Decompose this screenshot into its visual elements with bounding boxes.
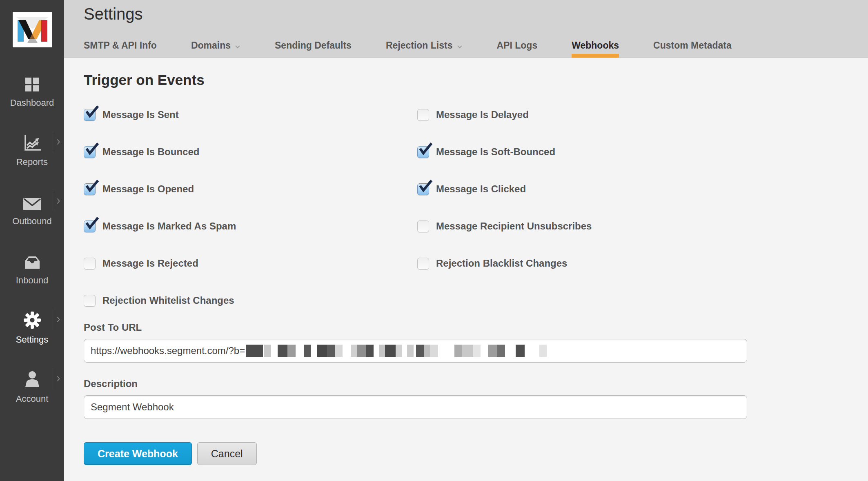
checkbox-label: Message Is Rejected — [102, 258, 198, 269]
tab-smtp-api-info[interactable]: SMTP & API Info — [84, 40, 157, 58]
description-label: Description — [84, 378, 868, 390]
checkbox-unchecked[interactable] — [417, 220, 429, 232]
sidebar-item-label: Account — [0, 394, 64, 404]
checkbox-unchecked[interactable] — [84, 295, 96, 307]
chevron-right-icon — [57, 376, 60, 383]
checkbox-label: Message Is Soft-Bounced — [436, 146, 555, 158]
redaction-block — [304, 345, 311, 357]
chevron-right-icon — [57, 316, 60, 324]
form-actions: Create Webhook Cancel — [84, 442, 868, 465]
sidebar-item-settings[interactable]: Settings — [0, 310, 64, 355]
checkbox-unchecked[interactable] — [84, 258, 96, 269]
redaction-block — [385, 345, 396, 357]
tab-label: API Logs — [497, 40, 538, 51]
event-row-message-is-sent[interactable]: Message Is Sent — [84, 109, 417, 121]
sidebar-item-outbound[interactable]: Outbound — [0, 191, 64, 237]
header: Settings SMTP & API InfoDomainsSending D… — [64, 0, 868, 58]
checkbox-checked[interactable] — [417, 183, 429, 195]
event-row-message-is-rejected[interactable]: Message Is Rejected — [84, 257, 417, 269]
chevron-down-icon — [457, 40, 463, 51]
redaction-block — [424, 345, 430, 357]
cancel-button[interactable]: Cancel — [197, 442, 257, 465]
sidebar-item-label: Outbound — [0, 216, 64, 227]
post-to-url-input[interactable]: https://webhooks.segment.com/?b= — [84, 339, 747, 363]
description-input[interactable] — [84, 395, 747, 419]
tab-api-logs[interactable]: API Logs — [497, 40, 538, 58]
sidebar: DashboardReportsOutboundInboundSettingsA… — [0, 0, 64, 481]
gear-icon — [0, 310, 64, 329]
checkbox-label: Message Is Bounced — [102, 146, 199, 158]
redaction-block — [357, 345, 366, 357]
redaction-block — [246, 345, 263, 357]
checkbox-unchecked[interactable] — [417, 109, 429, 121]
redaction-block — [317, 345, 327, 357]
tab-label: Custom Metadata — [653, 40, 732, 51]
tab-webhooks[interactable]: Webhooks — [572, 40, 619, 58]
redaction-block — [379, 345, 385, 357]
tab-domains[interactable]: Domains — [191, 40, 240, 58]
sidebar-item-inbound[interactable]: Inbound — [0, 250, 64, 296]
redaction-block — [473, 345, 481, 357]
event-row-message-is-bounced[interactable]: Message Is Bounced — [84, 146, 417, 158]
checkbox-label: Message Is Sent — [102, 109, 179, 120]
envelope-icon — [0, 191, 64, 211]
checkbox-label: Rejection Whitelist Changes — [102, 295, 234, 306]
sidebar-item-divider — [53, 369, 53, 389]
redaction-block — [287, 345, 296, 357]
redaction-block — [497, 345, 505, 357]
chevron-down-icon — [235, 40, 240, 51]
checkbox-checked[interactable] — [417, 146, 429, 158]
sidebar-item-label: Reports — [0, 157, 64, 167]
redaction-block — [335, 345, 343, 357]
checkbox-label: Message Is Marked As Spam — [102, 220, 236, 232]
event-row-message-is-soft-bounced[interactable]: Message Is Soft-Bounced — [417, 146, 592, 158]
sidebar-item-divider — [53, 132, 53, 152]
tab-sending-defaults[interactable]: Sending Defaults — [275, 40, 352, 58]
checkbox-checked[interactable] — [84, 146, 96, 158]
checkbox-label: Message Is Delayed — [436, 109, 529, 120]
redaction-block — [278, 345, 287, 357]
checkbox-checked[interactable] — [84, 183, 96, 195]
event-row-rejection-whitelist-changes[interactable]: Rejection Whitelist Changes — [84, 294, 417, 307]
redaction-block — [539, 345, 547, 357]
event-row-message-is-marked-as-spam[interactable]: Message Is Marked As Spam — [84, 220, 417, 232]
event-row-message-recipient-unsubscribes[interactable]: Message Recipient Unsubscribes — [417, 220, 592, 232]
sidebar-item-divider — [53, 191, 53, 212]
dashboard-grid-icon — [0, 73, 64, 92]
checkbox-label: Message Is Clicked — [436, 183, 526, 195]
checkbox-unchecked[interactable] — [417, 258, 429, 269]
section-heading: Trigger on Events — [84, 72, 868, 88]
mandrill-settings-page: DashboardReportsOutboundInboundSettingsA… — [0, 0, 868, 481]
checkbox-label: Message Is Opened — [102, 183, 194, 195]
tab-custom-metadata[interactable]: Custom Metadata — [653, 40, 732, 58]
sidebar-item-label: Dashboard — [0, 98, 64, 108]
event-row-message-is-clicked[interactable]: Message Is Clicked — [417, 183, 592, 195]
sidebar-item-account[interactable]: Account — [0, 369, 64, 414]
checkbox-checked[interactable] — [84, 109, 96, 121]
redaction-block — [454, 345, 462, 357]
event-row-message-is-delayed[interactable]: Message Is Delayed — [417, 109, 592, 121]
mandrill-logo[interactable] — [13, 12, 52, 47]
person-icon — [0, 369, 64, 388]
sidebar-item-label: Inbound — [0, 275, 64, 286]
tab-label: Rejection Lists — [386, 40, 453, 51]
redaction-block — [516, 345, 525, 357]
event-row-rejection-blacklist-changes[interactable]: Rejection Blacklist Changes — [417, 257, 592, 269]
create-webhook-button[interactable]: Create Webhook — [84, 442, 192, 465]
sidebar-item-label: Settings — [0, 334, 64, 345]
sidebar-item-dashboard[interactable]: Dashboard — [0, 73, 64, 118]
checkbox-checked[interactable] — [84, 220, 96, 232]
event-row-message-is-opened[interactable]: Message Is Opened — [84, 183, 417, 195]
redaction-block — [366, 345, 374, 357]
inbox-tray-icon — [0, 250, 64, 270]
sidebar-item-divider — [53, 310, 53, 330]
redaction-block — [407, 345, 414, 357]
tab-label: Domains — [191, 40, 231, 51]
main-content: Trigger on Events Message Is SentMessage… — [64, 58, 868, 481]
sidebar-item-reports[interactable]: Reports — [0, 132, 64, 178]
page-title: Settings — [84, 5, 143, 23]
redaction-block — [488, 345, 497, 357]
tab-label: Webhooks — [572, 40, 619, 51]
mandrill-m-icon — [13, 12, 52, 47]
tab-rejection-lists[interactable]: Rejection Lists — [386, 40, 463, 58]
